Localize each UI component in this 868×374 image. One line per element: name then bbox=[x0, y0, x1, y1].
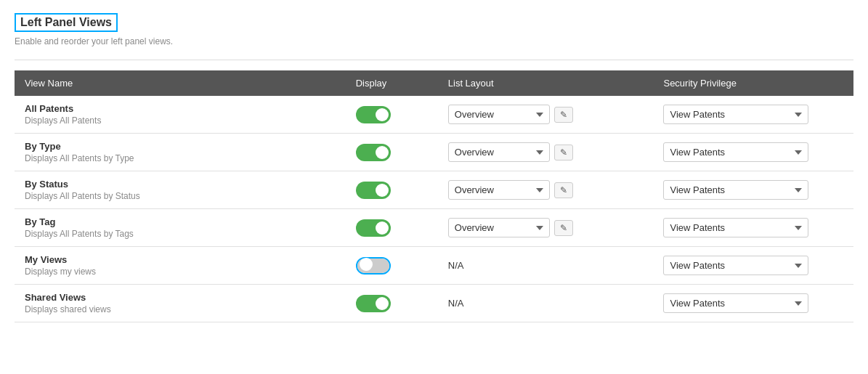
toggle-slider bbox=[356, 295, 391, 312]
cell-view-name-by-tag: By Tag Displays All Patents by Tags bbox=[15, 209, 346, 247]
toggle-wrapper bbox=[356, 257, 428, 275]
cell-display-by-tag bbox=[346, 209, 438, 247]
cell-security-by-type: View PatentsEdit PatentsAdmin bbox=[653, 134, 853, 171]
toggle-slider bbox=[357, 259, 389, 273]
security-select-shared-views[interactable]: View PatentsEdit PatentsAdmin bbox=[663, 293, 808, 313]
toggle-by-status[interactable] bbox=[356, 182, 391, 199]
cell-view-name-my-views: My Views Displays my views bbox=[15, 247, 346, 285]
table-row: By Type Displays All Patents by Type Ove… bbox=[15, 134, 853, 171]
security-select-wrapper: View PatentsEdit PatentsAdmin bbox=[663, 105, 843, 124]
cell-list-layout-all-patents: OverviewDetailSummary✎ bbox=[438, 96, 654, 134]
edit-layout-btn-by-type[interactable]: ✎ bbox=[554, 145, 573, 160]
layout-select-wrapper: OverviewDetailSummary✎ bbox=[448, 218, 644, 237]
page-subtitle: Enable and reorder your left panel views… bbox=[15, 36, 853, 46]
cell-security-my-views: View PatentsEdit PatentsAdmin bbox=[653, 247, 853, 285]
cell-display-shared-views bbox=[346, 285, 438, 322]
divider bbox=[15, 60, 853, 60]
view-name-main: My Views bbox=[25, 254, 336, 265]
toggle-by-type[interactable] bbox=[356, 144, 391, 161]
toggle-wrapper bbox=[356, 144, 428, 161]
security-select-wrapper: View PatentsEdit PatentsAdmin bbox=[663, 293, 843, 313]
toggle-wrapper bbox=[356, 219, 428, 237]
cell-display-my-views bbox=[346, 247, 438, 285]
security-select-by-tag[interactable]: View PatentsEdit PatentsAdmin bbox=[663, 218, 808, 237]
edit-layout-btn-by-tag[interactable]: ✎ bbox=[554, 220, 573, 236]
cell-security-by-status: View PatentsEdit PatentsAdmin bbox=[653, 171, 853, 209]
edit-layout-btn-by-status[interactable]: ✎ bbox=[554, 182, 573, 198]
cell-list-layout-my-views: N/A bbox=[438, 247, 654, 285]
table-row: By Status Displays All Patents by Status… bbox=[15, 171, 853, 209]
cell-list-layout-by-status: OverviewDetailSummary✎ bbox=[438, 171, 654, 209]
edit-layout-btn-all-patents[interactable]: ✎ bbox=[554, 107, 573, 123]
security-select-wrapper: View PatentsEdit PatentsAdmin bbox=[663, 180, 843, 200]
na-label-shared-views: N/A bbox=[448, 298, 464, 309]
view-name-main: By Status bbox=[25, 179, 336, 190]
na-label-my-views: N/A bbox=[448, 260, 464, 271]
view-name-sub: Displays shared views bbox=[25, 304, 336, 314]
cell-list-layout-by-tag: OverviewDetailSummary✎ bbox=[438, 209, 654, 247]
view-name-sub: Displays All Patents bbox=[25, 115, 336, 126]
cell-security-by-tag: View PatentsEdit PatentsAdmin bbox=[653, 209, 853, 247]
security-select-all-patents[interactable]: View PatentsEdit PatentsAdmin bbox=[663, 105, 808, 124]
layout-select-by-tag[interactable]: OverviewDetailSummary bbox=[448, 218, 550, 237]
layout-select-wrapper: OverviewDetailSummary✎ bbox=[448, 180, 644, 200]
toggle-all-patents[interactable] bbox=[356, 106, 391, 123]
cell-security-all-patents: View PatentsEdit PatentsAdmin bbox=[653, 96, 853, 134]
cell-display-by-type bbox=[346, 134, 438, 171]
security-select-by-type[interactable]: View PatentsEdit PatentsAdmin bbox=[663, 142, 808, 162]
toggle-shared-views[interactable] bbox=[356, 295, 391, 312]
cell-list-layout-by-type: OverviewDetailSummary✎ bbox=[438, 134, 654, 171]
page-title: Left Panel Views bbox=[15, 13, 118, 32]
security-select-wrapper: View PatentsEdit PatentsAdmin bbox=[663, 256, 843, 275]
table-body: All Patents Displays All Patents Overvie… bbox=[15, 96, 853, 322]
toggle-slider bbox=[356, 106, 391, 123]
toggle-wrapper bbox=[356, 106, 428, 123]
table-header: View Name Display List Layout Security P… bbox=[15, 70, 853, 96]
layout-select-wrapper: OverviewDetailSummary✎ bbox=[448, 105, 644, 124]
view-name-sub: Displays All Patents by Type bbox=[25, 153, 336, 163]
view-name-sub: Displays All Patents by Status bbox=[25, 191, 336, 201]
header-list-layout: List Layout bbox=[438, 70, 654, 96]
cell-list-layout-shared-views: N/A bbox=[438, 285, 654, 322]
toggle-wrapper bbox=[356, 295, 428, 312]
layout-select-by-type[interactable]: OverviewDetailSummary bbox=[448, 142, 550, 162]
view-name-main: Shared Views bbox=[25, 292, 336, 303]
cell-view-name-shared-views: Shared Views Displays shared views bbox=[15, 285, 346, 322]
security-select-wrapper: View PatentsEdit PatentsAdmin bbox=[663, 142, 843, 162]
view-name-sub: Displays my views bbox=[25, 267, 336, 277]
table-row: By Tag Displays All Patents by Tags Over… bbox=[15, 209, 853, 247]
view-name-main: By Tag bbox=[25, 216, 336, 227]
cell-view-name-by-status: By Status Displays All Patents by Status bbox=[15, 171, 346, 209]
header-view-name: View Name bbox=[15, 70, 346, 96]
view-name-main: All Patents bbox=[25, 103, 336, 114]
cell-display-by-status bbox=[346, 171, 438, 209]
layout-select-all-patents[interactable]: OverviewDetailSummary bbox=[448, 105, 550, 124]
table-row: All Patents Displays All Patents Overvie… bbox=[15, 96, 853, 134]
table-row: My Views Displays my views N/AView Paten… bbox=[15, 247, 853, 285]
toggle-wrapper bbox=[356, 182, 428, 199]
cell-display-all-patents bbox=[346, 96, 438, 134]
views-table: View Name Display List Layout Security P… bbox=[15, 70, 853, 322]
toggle-by-tag[interactable] bbox=[356, 219, 391, 237]
toggle-slider bbox=[356, 219, 391, 237]
table-row: Shared Views Displays shared views N/AVi… bbox=[15, 285, 853, 322]
toggle-slider bbox=[356, 144, 391, 161]
view-name-sub: Displays All Patents by Tags bbox=[25, 229, 336, 239]
cell-view-name-all-patents: All Patents Displays All Patents bbox=[15, 96, 346, 134]
page-container: Left Panel Views Enable and reorder your… bbox=[0, 0, 868, 337]
view-name-main: By Type bbox=[25, 141, 336, 152]
layout-select-by-status[interactable]: OverviewDetailSummary bbox=[448, 180, 550, 200]
toggle-my-views[interactable] bbox=[356, 257, 391, 275]
security-select-wrapper: View PatentsEdit PatentsAdmin bbox=[663, 218, 843, 237]
header-display: Display bbox=[346, 70, 438, 96]
security-select-my-views[interactable]: View PatentsEdit PatentsAdmin bbox=[663, 256, 808, 275]
cell-security-shared-views: View PatentsEdit PatentsAdmin bbox=[653, 285, 853, 322]
security-select-by-status[interactable]: View PatentsEdit PatentsAdmin bbox=[663, 180, 808, 200]
header-security-privilege: Security Privilege bbox=[653, 70, 853, 96]
layout-select-wrapper: OverviewDetailSummary✎ bbox=[448, 142, 644, 162]
toggle-slider bbox=[356, 182, 391, 199]
cell-view-name-by-type: By Type Displays All Patents by Type bbox=[15, 134, 346, 171]
